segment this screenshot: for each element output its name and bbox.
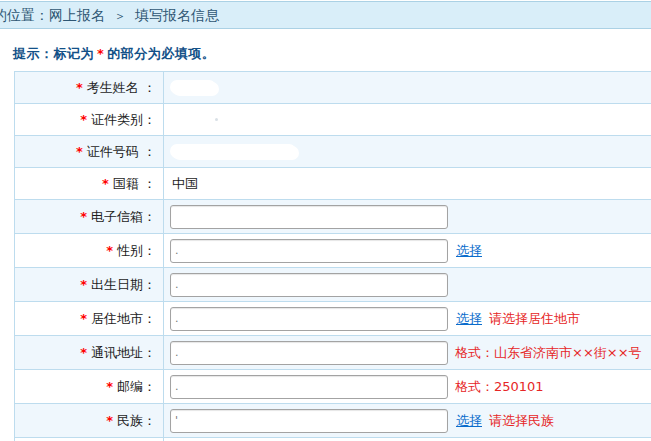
field-note: 请选择居住地市: [489, 310, 580, 328]
field-note: 格式：山东省济南市××街××号: [455, 344, 642, 362]
field-value: 中国: [172, 175, 198, 193]
field-value-cell: 选择 请选择居住地市: [163, 302, 651, 335]
form-row-mailing-address: *通讯地址： 格式：山东省济南市××街××号: [15, 336, 651, 370]
form-row-id-type: *证件类别：: [15, 104, 651, 136]
form-row-email: *电子信箱：: [15, 200, 651, 234]
field-value-cell: [163, 268, 651, 301]
required-star: *: [106, 243, 113, 258]
field-label: 性别：: [117, 242, 156, 260]
field-label-cell: *性别：: [15, 234, 163, 267]
required-hint-after: 的部分为必填项。: [107, 46, 215, 61]
field-value-cell: 格式：250101: [163, 370, 651, 403]
field-value-cell: 中国: [163, 168, 651, 199]
field-label-cell: *证件号码 ：: [15, 136, 163, 167]
field-label-cell: *邮编：: [15, 370, 163, 403]
required-star: *: [80, 277, 87, 292]
field-value-cell: [163, 72, 651, 103]
field-label-cell: *国籍 ：: [15, 168, 163, 199]
ethnicity-select-link[interactable]: 选择: [456, 412, 482, 430]
field-label: 证件号码 ：: [87, 143, 156, 161]
required-star: *: [76, 144, 83, 159]
form-row-candidate-name: *考生姓名 ：: [15, 72, 651, 104]
gender-select-link[interactable]: 选择: [456, 242, 482, 260]
breadcrumb: 的位置：网上报名＞填写报名信息: [0, 1, 651, 29]
required-star: *: [76, 80, 83, 95]
redaction-artifact: [215, 118, 218, 121]
required-star: *: [97, 46, 104, 61]
required-star: *: [102, 176, 109, 191]
field-label: 通讯地址：: [91, 344, 156, 362]
breadcrumb-link-online-registration[interactable]: 网上报名: [49, 7, 105, 23]
required-star: *: [80, 209, 87, 224]
form-row-id-number: *证件号码 ：: [15, 136, 651, 168]
field-label: 考生姓名 ：: [87, 79, 156, 97]
field-label: 居住地市：: [91, 310, 156, 328]
email-input[interactable]: [170, 205, 448, 229]
field-label-cell: *电子信箱：: [15, 200, 163, 233]
field-label-cell: *民族：: [15, 404, 163, 437]
field-label: 证件类别：: [91, 111, 156, 129]
ethnicity-input[interactable]: [170, 409, 448, 433]
form-row-residence-city: *居住地市： 选择 请选择居住地市: [15, 302, 651, 336]
field-label-cell: *考生姓名 ：: [15, 72, 163, 103]
field-label: 电子信箱：: [91, 208, 156, 226]
required-star: *: [106, 413, 113, 428]
residence-city-input[interactable]: [170, 307, 448, 331]
required-star: *: [106, 379, 113, 394]
residence-city-select-link[interactable]: 选择: [456, 310, 482, 328]
mailing-address-input[interactable]: [170, 341, 448, 365]
field-label: 民族：: [117, 412, 156, 430]
gender-input[interactable]: [170, 239, 448, 263]
field-label-cell: *通讯地址：: [15, 336, 163, 369]
field-value-cell: 格式：山东省济南市××街××号: [163, 336, 651, 369]
field-label-cell: *出生日期：: [15, 268, 163, 301]
field-value-cell: [163, 200, 651, 233]
form-row-postal-code: *邮编： 格式：250101: [15, 370, 651, 404]
field-label-cell: *居住地市：: [15, 302, 163, 335]
field-label: 出生日期：: [91, 276, 156, 294]
postal-code-input[interactable]: [170, 375, 448, 399]
required-hint: 提示：标记为*的部分为必填项。: [13, 45, 215, 63]
field-value-cell: 选择 请选择民族: [163, 404, 651, 437]
form-row-birth-date: *出生日期：: [15, 268, 651, 302]
field-label: 国籍 ：: [113, 175, 156, 193]
registration-form-table: *考生姓名 ： *证件类别： *证件号码 ：: [14, 71, 651, 441]
required-star: *: [80, 112, 87, 127]
breadcrumb-separator-icon: ＞: [114, 9, 126, 23]
field-value-cell: 选择: [163, 234, 651, 267]
field-label-cell: *证件类别：: [15, 104, 163, 135]
field-value-cell: [163, 136, 651, 167]
field-note: 格式：250101: [455, 378, 544, 396]
redaction-smudge: [171, 145, 297, 159]
field-note: 请选择民族: [489, 412, 554, 430]
required-star: *: [80, 345, 87, 360]
form-row-gender: *性别： 选择: [15, 234, 651, 268]
field-label: 邮编：: [117, 378, 156, 396]
breadcrumb-current: 填写报名信息: [135, 7, 219, 23]
birth-date-input[interactable]: [170, 273, 448, 297]
redaction-smudge: [171, 81, 217, 95]
required-star: *: [80, 311, 87, 326]
form-row-nationality: *国籍 ： 中国: [15, 168, 651, 200]
field-value-cell: [163, 104, 651, 135]
breadcrumb-prefix: 的位置：: [0, 7, 49, 23]
required-hint-before: 提示：标记为: [13, 46, 94, 61]
form-row-ethnicity: *民族： 选择 请选择民族: [15, 404, 651, 438]
